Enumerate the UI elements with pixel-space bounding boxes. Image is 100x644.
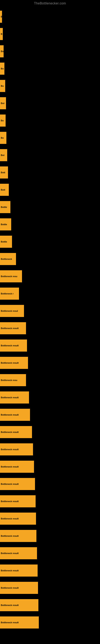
bar-label: Bo xyxy=(1,119,4,122)
bars-container: BBBoBoBoBotBoBoBotBottBottBottleBottleBo… xyxy=(0,6,100,631)
bar-row: Bottleneck result xyxy=(0,579,100,596)
bar-row: Bott xyxy=(0,181,100,198)
bar-label: Bottleneck result xyxy=(1,604,19,606)
bar-label: Bot xyxy=(1,102,4,104)
bar-row: Bottle xyxy=(0,233,100,250)
bar-fill: Bott xyxy=(0,166,8,178)
bar-row: B xyxy=(0,25,100,43)
bar-row: Bottleneck result xyxy=(0,406,100,424)
bar-fill: Bottleneck result xyxy=(0,322,26,334)
bar-fill: Bottleneck result xyxy=(0,340,27,352)
bar-fill: Bot xyxy=(0,149,7,161)
bar-fill: Bottleneck xyxy=(0,253,16,265)
bar-fill: Bottleneck result xyxy=(0,616,39,628)
bar-label: Bottle xyxy=(1,240,7,243)
bar-fill: Bottleneck resu xyxy=(0,270,22,282)
bar-label: Bott xyxy=(1,171,5,174)
bar-row: Bottleneck resul xyxy=(0,302,100,320)
bar-label: B xyxy=(1,16,2,18)
bar-row: B xyxy=(0,8,100,25)
bar-label: Bottleneck r xyxy=(1,292,14,295)
bar-label: Bottleneck result xyxy=(1,518,19,520)
bar-row: Bott xyxy=(0,164,100,181)
bar-row: Bottleneck result xyxy=(0,320,100,337)
bar-row: Bottleneck result xyxy=(0,354,100,372)
bar-label: Bott xyxy=(1,188,5,191)
bar-label: Bottleneck result xyxy=(1,569,19,572)
bar-row: Bottleneck result xyxy=(0,424,100,441)
bar-label: Bottleneck result xyxy=(1,327,19,330)
bar-fill: Bottleneck result xyxy=(0,478,35,490)
bar-label: Bottleneck resu xyxy=(1,379,17,381)
bar-row: Bo xyxy=(0,77,100,94)
bar-fill: Bo xyxy=(0,80,5,92)
bar-row: Bottleneck result xyxy=(0,458,100,475)
bar-label: Bottle xyxy=(1,223,7,226)
bar-fill: Bottleneck resul xyxy=(0,305,24,317)
bar-fill: Bottleneck result xyxy=(0,599,38,611)
bar-fill: Bottleneck result xyxy=(0,582,38,594)
bar-fill: Bo xyxy=(0,114,6,126)
bar-label: Bottleneck result xyxy=(1,448,19,450)
bar-label: Bottleneck result xyxy=(1,535,19,537)
bar-label: Bottleneck result xyxy=(1,483,19,485)
bar-fill: Bottleneck result xyxy=(0,409,30,421)
bar-fill: B xyxy=(0,11,2,23)
bar-label: Bo xyxy=(1,137,4,139)
bar-fill: Bo xyxy=(0,132,6,144)
bar-row: Bottle xyxy=(0,198,100,216)
bar-row: Bot xyxy=(0,146,100,164)
bar-fill: Bottleneck result xyxy=(0,564,38,576)
bar-fill: Bottleneck result xyxy=(0,461,34,473)
bar-fill: Bot xyxy=(0,97,6,109)
bar-fill: B xyxy=(0,28,3,40)
site-title: TheBottlenecker.com xyxy=(0,0,100,6)
bar-label: B xyxy=(1,33,2,35)
bar-fill: Bo xyxy=(0,45,3,57)
bar-row: Bottleneck result xyxy=(0,389,100,406)
bar-label: Bo xyxy=(1,85,4,87)
bar-row: Bottleneck r xyxy=(0,285,100,302)
bar-fill: Bottleneck result xyxy=(0,443,33,456)
bar-label: Bottleneck result xyxy=(1,466,19,468)
bar-label: Bottleneck result xyxy=(1,396,19,399)
bar-row: Bottleneck xyxy=(0,250,100,268)
bar-fill: Bottle xyxy=(0,201,10,213)
bar-label: Bottleneck result xyxy=(1,431,19,433)
bar-label: Bottleneck result xyxy=(1,344,19,347)
bar-fill: Bottleneck result xyxy=(0,512,36,525)
bar-row: Bottleneck resu xyxy=(0,268,100,285)
bar-row: Bottleneck result xyxy=(0,562,100,579)
bar-fill: Bottleneck r xyxy=(0,288,19,300)
bar-label: Bot xyxy=(1,154,4,156)
bar-row: Bottleneck resu xyxy=(0,372,100,389)
bar-label: Bo xyxy=(1,68,4,70)
bar-row: Bottleneck result xyxy=(0,510,100,527)
bar-fill: Bott xyxy=(0,184,9,196)
bar-row: Bo xyxy=(0,43,100,60)
bar-row: Bottleneck result xyxy=(0,527,100,544)
bar-row: Bo xyxy=(0,60,100,77)
bar-fill: Bottleneck resu xyxy=(0,374,26,386)
bar-label: Bottleneck resu xyxy=(1,275,17,278)
bar-row: Bo xyxy=(0,129,100,146)
bar-row: Bottleneck result xyxy=(0,596,100,614)
bar-row: Bottleneck result xyxy=(0,337,100,354)
bar-label: Bottle xyxy=(1,206,7,208)
bar-fill: Bottle xyxy=(0,218,11,230)
bar-row: Bo xyxy=(0,112,100,129)
bar-label: Bottleneck result xyxy=(1,587,19,589)
bar-row: Bottleneck result xyxy=(0,475,100,493)
bar-fill: Bottleneck result xyxy=(0,547,37,559)
bar-label: Bottleneck result xyxy=(1,414,19,416)
bar-row: Bot xyxy=(0,94,100,112)
bar-fill: Bo xyxy=(0,62,4,75)
bar-label: Bottleneck result xyxy=(1,552,19,554)
bar-row: Bottleneck result xyxy=(0,441,100,458)
bar-fill: Bottleneck result xyxy=(0,426,32,438)
bar-fill: Bottle xyxy=(0,236,12,248)
bar-label: Bottleneck result xyxy=(1,621,19,624)
bar-fill: Bottleneck result xyxy=(0,530,36,542)
bar-fill: Bottleneck result xyxy=(0,392,29,404)
bar-row: Bottleneck result xyxy=(0,544,100,562)
